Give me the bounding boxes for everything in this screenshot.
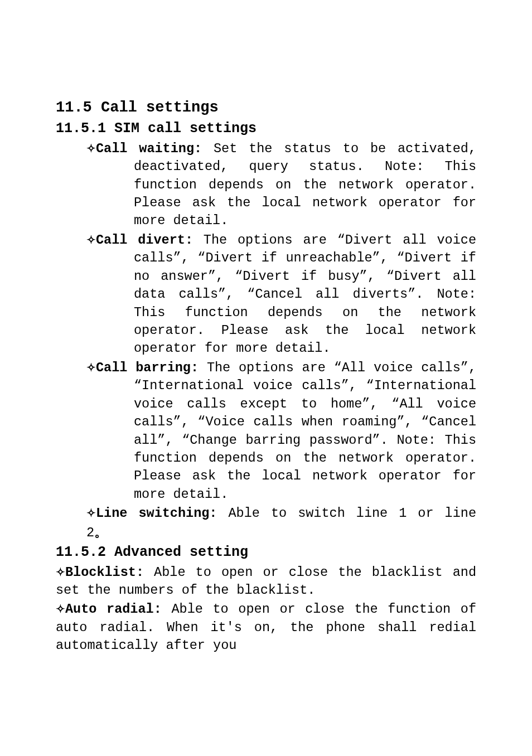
sep: ,	[370, 396, 391, 411]
diamond-icon: ✧	[86, 507, 96, 519]
sep: ,	[165, 433, 182, 448]
item-blocklist: ✧Blocklist: Able to open or close the bl…	[56, 564, 476, 600]
item-call-barring: ✧Call barring: The options are “All voic…	[56, 359, 476, 503]
sep: ,	[468, 360, 476, 375]
opt-bar-all-voice: “All voice calls”	[334, 360, 468, 375]
diamond-icon: ✧	[86, 142, 96, 154]
sep: ,	[405, 414, 422, 429]
text-call-barring-pre: The options are	[199, 360, 334, 375]
text-call-divert-pre: The options are	[193, 232, 337, 248]
diamond-icon: ✧	[56, 566, 65, 578]
heading-advanced-setting: 11.5.2 Advanced setting	[56, 543, 476, 563]
label-call-waiting: Call waiting:	[96, 141, 202, 156]
sep: ,	[181, 414, 198, 429]
opt-bar-intl-voice: “International voice calls”	[134, 378, 349, 393]
sep: ,	[226, 287, 247, 302]
item-auto-radial: ✧Auto radial: Able to open or close the …	[56, 600, 476, 655]
sep: ,	[380, 250, 397, 265]
heading-sim-call-settings: 11.5.1 SIM call settings	[56, 119, 476, 139]
diamond-icon: ✧	[86, 234, 96, 246]
fullwidth-period: 。	[94, 525, 108, 539]
label-line-switching: Line switching:	[96, 506, 217, 521]
sep: ,	[216, 269, 235, 284]
sep: ,	[349, 378, 366, 393]
label-call-barring: Call barring:	[96, 360, 199, 375]
opt-divert-unreachable: “Divert if unreachable”	[197, 250, 380, 265]
opt-cancel-diverts: “Cancel all diverts”	[247, 287, 415, 302]
opt-bar-change-pw: “Change barring password”	[182, 433, 380, 448]
opt-divert-busy: “Divert if busy”	[235, 269, 367, 284]
sep: ,	[181, 250, 198, 265]
diamond-icon: ✧	[86, 361, 96, 374]
opt-bar-roaming: “Voice calls when roaming”	[197, 414, 404, 429]
item-call-divert: ✧Call divert: The options are “Divert al…	[56, 231, 476, 358]
sep: ,	[367, 269, 386, 284]
label-blocklist: Blocklist:	[65, 565, 144, 580]
diamond-icon: ✧	[56, 603, 65, 615]
label-call-divert: Call divert:	[96, 232, 193, 248]
item-line-switching: ✧Line switching: Able to switch line 1 o…	[56, 505, 476, 542]
label-auto-radial: Auto radial:	[65, 602, 162, 617]
heading-call-settings: 11.5 Call settings	[56, 98, 476, 118]
document-page: 11.5 Call settings 11.5.1 SIM call setti…	[0, 0, 532, 756]
item-call-waiting: ✧Call waiting: Set the status to be acti…	[56, 140, 476, 230]
